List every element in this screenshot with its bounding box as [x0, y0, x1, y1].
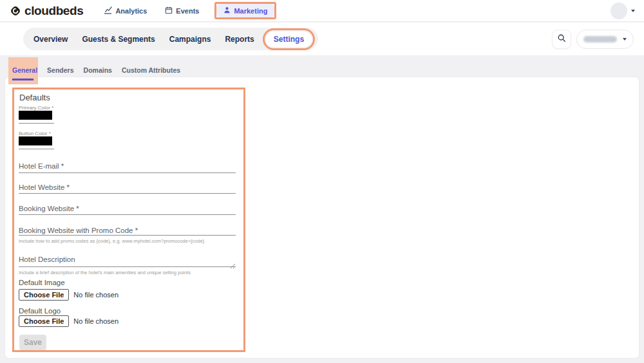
property-dropdown[interactable] [576, 30, 634, 49]
primary-color-label: Primary Color * [19, 105, 53, 111]
nav-events[interactable]: Events [160, 6, 204, 15]
search-button[interactable] [552, 30, 571, 49]
annotation-settings: Settings [263, 28, 315, 50]
cloudbeds-logo-icon [9, 5, 22, 17]
tab-campaigns[interactable]: Campaigns [162, 35, 218, 44]
hotel-website-label: Hotel Website * [19, 183, 70, 191]
nav-marketing[interactable]: Marketing [216, 4, 274, 17]
marketing-subnav: Overview Guests & Segments Campaigns Rep… [0, 23, 644, 55]
property-name-redacted [583, 36, 617, 42]
default-image-file-input: Choose File No file chosen [19, 289, 118, 301]
nav-analytics-label: Analytics [115, 7, 147, 15]
button-color-swatch[interactable] [19, 136, 52, 145]
tab-guests-segments[interactable]: Guests & Segments [75, 35, 162, 44]
hotel-email-input[interactable] [19, 172, 236, 173]
nav-analytics[interactable]: Analytics [99, 6, 152, 15]
tab-custom-attributes[interactable]: Custom Attributes [122, 66, 180, 74]
button-color-underline [19, 149, 54, 149]
annotation-marketing: Marketing [214, 2, 276, 19]
default-image-file-status: No file chosen [73, 291, 118, 299]
search-icon [557, 33, 566, 45]
nav-events-label: Events [176, 7, 199, 15]
cloudbeds-logo-text: cloudbeds [24, 4, 83, 18]
hotel-description-help: Include a brief description of the hotel… [19, 270, 191, 275]
booking-website-label: Booking Website * [19, 205, 79, 212]
chevron-down-icon[interactable] [631, 10, 635, 12]
subnav-tabs: Overview Guests & Segments Campaigns Rep… [23, 28, 318, 50]
default-logo-file-status: No file chosen [73, 317, 118, 325]
tab-settings[interactable]: Settings [266, 32, 312, 47]
save-button[interactable]: Save [19, 335, 46, 350]
button-color-label: Button Color * [19, 131, 51, 136]
default-image-choose-file-button[interactable]: Choose File [19, 289, 69, 301]
booking-website-input[interactable] [19, 214, 236, 215]
subnav-right [552, 30, 634, 49]
section-title: Defaults [19, 93, 50, 102]
tab-domains[interactable]: Domains [84, 66, 112, 74]
primary-color-underline [19, 123, 54, 124]
cloudbeds-logo[interactable]: cloudbeds [9, 4, 83, 18]
chevron-down-icon [623, 38, 627, 41]
tab-general[interactable]: General [12, 66, 37, 74]
booking-promo-label: Booking Website with Promo Code * [19, 227, 138, 234]
header-nav: Analytics Events Marketing [99, 2, 276, 19]
person-icon [223, 6, 231, 15]
settings-tabbar: General Senders Domains Custom Attribute… [0, 62, 180, 79]
textarea-resize-icon[interactable] [230, 260, 236, 272]
top-header: cloudbeds Analytics Events [0, 0, 644, 22]
tab-reports[interactable]: Reports [218, 35, 261, 44]
screen: cloudbeds Analytics Events [0, 0, 644, 363]
annotation-defaults-form: Defaults Primary Color * Button Color * … [12, 88, 245, 352]
nav-marketing-label: Marketing [234, 7, 267, 15]
hotel-email-label: Hotel E-mail * [19, 162, 64, 170]
header-right [611, 3, 635, 19]
tab-overview[interactable]: Overview [26, 35, 75, 44]
hotel-description-textarea[interactable] [19, 266, 236, 267]
hotel-description-label: Hotel Description [19, 256, 75, 263]
default-logo-choose-file-button[interactable]: Choose File [19, 315, 69, 327]
tab-senders[interactable]: Senders [47, 66, 73, 74]
booking-promo-input[interactable] [19, 235, 236, 236]
default-image-label: Default Image [19, 279, 65, 286]
default-logo-label: Default Logo [19, 307, 61, 315]
analytics-chart-icon [104, 6, 112, 15]
default-logo-file-input: Choose File No file chosen [19, 315, 118, 327]
calendar-icon [165, 6, 173, 15]
primary-color-swatch[interactable] [19, 111, 52, 120]
booking-promo-help: Include how to add promo codes as {code}… [19, 238, 204, 244]
avatar[interactable] [611, 3, 627, 19]
general-tab-underline [12, 79, 33, 80]
hotel-website-input[interactable] [19, 193, 236, 194]
